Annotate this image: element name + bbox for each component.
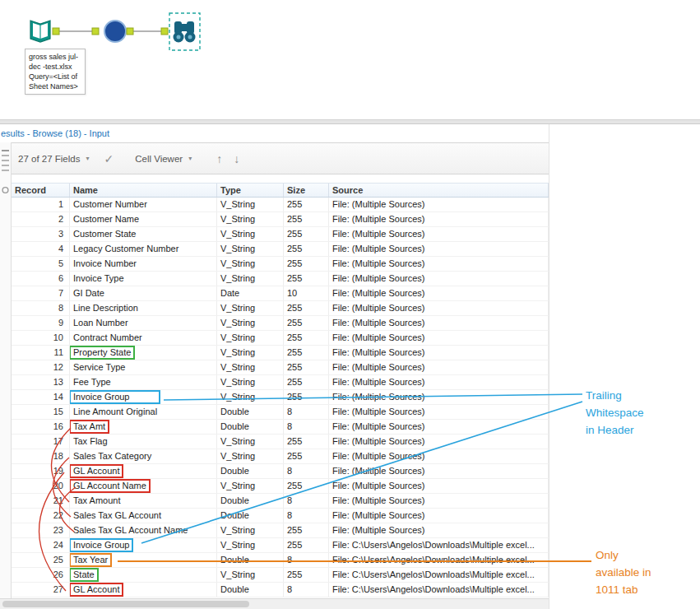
type-cell: Double: [217, 553, 284, 567]
column-header-source[interactable]: Source: [329, 184, 549, 197]
results-panel-title: esults - Browse (18) - Input: [0, 124, 549, 142]
down-arrow-button[interactable]: ↓: [234, 152, 239, 165]
input-data-tool-icon[interactable]: [30, 21, 50, 42]
chevron-down-icon: ▾: [86, 155, 89, 162]
source-cell: File: (Multiple Sources): [329, 257, 549, 271]
size-cell: 8: [284, 420, 329, 434]
apply-checkmark-icon[interactable]: ✓: [104, 152, 114, 165]
name-cell: Property State: [70, 346, 217, 360]
table-row[interactable]: 18Sales Tax CategoryV_String255File: (Mu…: [12, 449, 549, 464]
type-cell: V_String: [217, 257, 284, 271]
record-cell: 19: [12, 464, 70, 478]
source-cell: File: C:\Users\Angelos\Downloads\Multipl…: [329, 538, 549, 552]
table-row[interactable]: 12Service TypeV_String255File: (Multiple…: [12, 360, 549, 375]
fields-dropdown[interactable]: 27 of 27 Fields ▾: [18, 154, 89, 164]
table-row[interactable]: 16Tax AmtDouble8File: (Multiple Sources): [12, 420, 549, 435]
source-cell: File: (Multiple Sources): [329, 272, 549, 286]
name-cell: Customer State: [70, 227, 217, 241]
field-name-highlight-red: GL Account: [70, 464, 123, 478]
horizontal-scrollbar[interactable]: [0, 598, 549, 609]
type-cell: Double: [217, 420, 284, 434]
record-cell: 10: [12, 331, 70, 345]
scrollbar-thumb[interactable]: [2, 601, 249, 607]
table-row[interactable]: 1Customer NumberV_String255File: (Multip…: [12, 198, 549, 212]
field-name-highlight-green: Property State: [70, 346, 135, 360]
table-row[interactable]: 5Invoice NumberV_String255File: (Multipl…: [12, 257, 549, 272]
field-name-highlight-red: GL Account: [70, 583, 123, 597]
table-row[interactable]: 15Line Amount OriginalDouble8File: (Mult…: [12, 405, 549, 420]
type-cell: V_String: [217, 346, 284, 360]
name-cell: Contract Number: [70, 331, 217, 345]
browse-tool-selected[interactable]: [169, 13, 200, 50]
source-cell: File: (Multiple Sources): [329, 494, 549, 508]
name-cell: Invoice Number: [70, 257, 217, 271]
table-row[interactable]: 3Customer StateV_String255File: (Multipl…: [12, 227, 549, 242]
table-row[interactable]: 7GI DateDate10File: (Multiple Sources): [12, 286, 549, 301]
source-cell: File: (Multiple Sources): [329, 479, 549, 493]
record-cell: 3: [12, 227, 70, 241]
column-header-record[interactable]: Record: [12, 184, 70, 197]
source-cell: File: (Multiple Sources): [329, 464, 549, 478]
name-cell: Tax Year: [70, 553, 217, 567]
name-cell: Invoice Type: [70, 272, 217, 286]
column-header-size[interactable]: Size: [284, 184, 329, 197]
type-cell: Date: [217, 286, 284, 300]
table-row[interactable]: 11Property StateV_String255File: (Multip…: [12, 346, 549, 360]
column-header-type[interactable]: Type: [217, 184, 284, 197]
workflow-canvas: [0, 0, 700, 119]
table-row[interactable]: 14Invoice GroupV_String255File: (Multipl…: [12, 390, 549, 405]
record-cell: 23: [12, 523, 70, 537]
size-cell: 255: [284, 301, 329, 315]
record-cell: 6: [12, 272, 70, 286]
source-cell: File: (Multiple Sources): [329, 227, 549, 241]
table-row[interactable]: 20GL Account NameV_String255File: (Multi…: [12, 479, 549, 494]
table-row[interactable]: 22Sales Tax GL AccountDouble8File: (Mult…: [12, 509, 549, 523]
table-row[interactable]: 24Invoice GroupV_String255File: C:\Users…: [12, 538, 549, 553]
source-cell: File: (Multiple Sources): [329, 360, 549, 374]
output-anchor[interactable]: [127, 28, 133, 35]
type-cell: V_String: [217, 479, 284, 493]
table-row[interactable]: 19GL AccountDouble8File: (Multiple Sourc…: [12, 464, 549, 479]
type-cell: V_String: [217, 360, 284, 374]
table-row[interactable]: 4Legacy Customer NumberV_String255File: …: [12, 242, 549, 257]
table-row[interactable]: 17Tax FlagV_String255File: (Multiple Sou…: [12, 435, 549, 449]
up-arrow-button[interactable]: ↑: [216, 152, 222, 165]
cell-viewer-dropdown[interactable]: Cell Viewer ▾: [135, 154, 192, 164]
table-row[interactable]: 9Loan NumberV_String255File: (Multiple S…: [12, 316, 549, 331]
input-anchor[interactable]: [161, 28, 168, 35]
type-cell: V_String: [217, 375, 284, 389]
record-cell: 18: [12, 449, 70, 463]
tool-annotation[interactable]: gross sales jul- dec -test.xlsx Query=<L…: [25, 49, 86, 95]
table-row[interactable]: 8Line DescriptionV_String255File: (Multi…: [12, 301, 549, 316]
source-cell: File: (Multiple Sources): [329, 346, 549, 360]
type-cell: Double: [217, 464, 284, 478]
table-row[interactable]: 23Sales Tax GL Account NameV_String255Fi…: [12, 523, 549, 538]
name-cell: Tax Amt: [70, 420, 217, 434]
type-cell: V_String: [217, 568, 284, 582]
size-cell: 255: [284, 360, 329, 374]
table-row[interactable]: 6Invoice TypeV_String255File: (Multiple …: [12, 272, 549, 286]
output-anchor[interactable]: [53, 28, 59, 35]
table-view-icon[interactable]: [2, 149, 9, 172]
cell-viewer-label: Cell Viewer: [135, 154, 183, 164]
name-cell: Invoice Group: [70, 538, 217, 552]
name-cell: GI Date: [70, 286, 217, 300]
input-anchor[interactable]: [92, 28, 99, 35]
results-panel: esults - Browse (18) - Input 27 of 27 Fi…: [0, 124, 549, 609]
size-cell: 255: [284, 212, 329, 226]
table-row[interactable]: 2Customer NameV_String255File: (Multiple…: [12, 212, 549, 227]
column-header-name[interactable]: Name: [70, 184, 217, 197]
table-row[interactable]: 26StateV_String255File: C:\Users\Angelos…: [12, 568, 549, 583]
size-cell: 255: [284, 198, 329, 212]
table-row[interactable]: 27GL AccountDouble8File: C:\Users\Angelo…: [12, 583, 549, 597]
table-row[interactable]: 25Tax YearDouble8File: C:\Users\Angelos\…: [12, 553, 549, 568]
metadata-view-icon[interactable]: [2, 185, 9, 195]
table-row[interactable]: 21Tax AmountDouble8File: (Multiple Sourc…: [12, 494, 549, 509]
table-row[interactable]: 13Fee TypeV_String255File: (Multiple Sou…: [12, 375, 549, 390]
size-cell: 8: [284, 583, 329, 597]
circle-tool-icon[interactable]: [104, 21, 126, 42]
table-row[interactable]: 10Contract NumberV_String255File: (Multi…: [12, 331, 549, 346]
name-cell: Sales Tax GL Account: [70, 509, 217, 523]
record-cell: 21: [12, 494, 70, 508]
name-cell: GL Account: [70, 583, 217, 597]
